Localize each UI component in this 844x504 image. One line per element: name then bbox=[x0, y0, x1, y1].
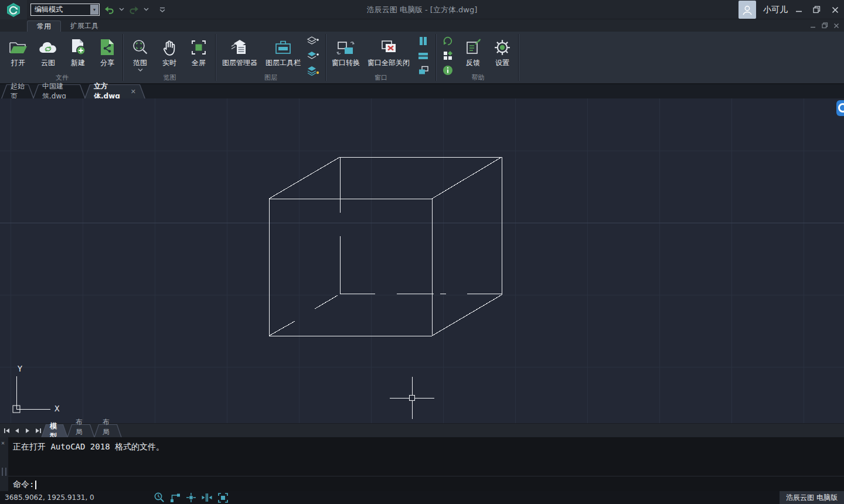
group-view: 范围 实时 全屏 览图 bbox=[125, 32, 215, 83]
ribbon: 打开 云图 新建 分享 文件 bbox=[0, 32, 844, 83]
group-help: 反馈 设置 帮助 bbox=[438, 32, 518, 83]
document-tab-bar: 起始页 中国建筑.dwg 立方体.dwg ✕ bbox=[0, 84, 844, 98]
feedback-icon bbox=[464, 34, 482, 56]
document-window-controls bbox=[809, 21, 840, 30]
fullscreen-icon[interactable] bbox=[217, 492, 229, 503]
doc-tab-start[interactable]: 起始页 bbox=[1, 84, 34, 98]
share-document-icon bbox=[100, 34, 115, 56]
ucs-x-label: X bbox=[55, 404, 60, 413]
tab-layout1[interactable]: 布局1 bbox=[67, 424, 95, 438]
close-all-windows-icon bbox=[378, 34, 399, 56]
text-cursor bbox=[35, 481, 36, 489]
command-window-strip: ✕ bbox=[0, 437, 8, 491]
next-tab-icon[interactable] bbox=[23, 426, 32, 435]
command-close-icon[interactable]: ✕ bbox=[1, 440, 5, 446]
group-divider bbox=[325, 34, 326, 81]
layer-manager-icon bbox=[229, 34, 250, 56]
tab-model[interactable]: 模型 bbox=[41, 424, 68, 438]
snap-icon[interactable] bbox=[201, 492, 213, 503]
tile-vertical-icon[interactable] bbox=[416, 35, 431, 47]
layer-state-icon[interactable] bbox=[305, 35, 321, 47]
customize-toolbar-icon[interactable] bbox=[158, 4, 166, 15]
object-snap-icon[interactable] bbox=[185, 492, 197, 503]
zoom-realtime-icon[interactable] bbox=[154, 492, 165, 503]
zoom-extents-icon bbox=[131, 34, 149, 56]
redo-dropdown-icon[interactable] bbox=[142, 4, 150, 15]
window-switch-button[interactable]: 窗口转换 bbox=[328, 34, 364, 74]
group-file-label: 文件 bbox=[2, 73, 122, 82]
minimize-button[interactable] bbox=[789, 0, 808, 19]
open-folder-icon bbox=[8, 34, 28, 56]
zoom-extents-dropdown-icon[interactable] bbox=[138, 69, 143, 71]
close-all-windows-button[interactable]: 窗口全部关闭 bbox=[364, 34, 413, 74]
tile-horizontal-icon[interactable] bbox=[416, 50, 431, 62]
group-view-label: 览图 bbox=[125, 73, 215, 82]
collapsed-panel-handle[interactable] bbox=[836, 100, 844, 116]
open-button[interactable]: 打开 bbox=[4, 34, 33, 74]
undo-icon[interactable] bbox=[103, 4, 115, 15]
mode-select[interactable]: 编辑模式 ▾ bbox=[30, 4, 100, 16]
quick-access-toolbar bbox=[103, 3, 166, 16]
doc-tab-close-icon[interactable]: ✕ bbox=[131, 88, 136, 96]
doc-tab-doc2[interactable]: 立方体.dwg ✕ bbox=[84, 84, 145, 98]
gear-icon bbox=[494, 34, 511, 56]
ucs-y-label: Y bbox=[18, 364, 23, 373]
app-logo-icon bbox=[5, 2, 22, 18]
feedback-button[interactable]: 反馈 bbox=[459, 34, 487, 74]
doc-restore-button[interactable] bbox=[821, 21, 829, 30]
group-file: 打开 云图 新建 分享 文件 bbox=[2, 32, 122, 83]
avatar[interactable] bbox=[738, 1, 756, 19]
ortho-icon[interactable] bbox=[169, 492, 181, 503]
tab-extended-tools[interactable]: 扩展工具 bbox=[61, 21, 108, 32]
new-button[interactable]: 新建 bbox=[63, 34, 93, 74]
command-resize-grip[interactable] bbox=[2, 468, 6, 476]
tab-extended-tools-label: 扩展工具 bbox=[70, 21, 98, 31]
ribbon-tab-row: 常用 扩展工具 bbox=[0, 19, 844, 32]
pan-realtime-button[interactable]: 实时 bbox=[155, 34, 183, 74]
mode-select-arrow-button[interactable]: ▾ bbox=[90, 5, 98, 15]
command-prompt[interactable]: 命令: bbox=[13, 479, 36, 490]
app-menu-button[interactable] bbox=[0, 0, 27, 19]
fullscreen-view-button[interactable]: 全屏 bbox=[185, 34, 213, 74]
tab-home-label: 常用 bbox=[37, 22, 51, 32]
cloud-button[interactable]: 云图 bbox=[33, 34, 63, 74]
group-layer-label: 图层 bbox=[217, 73, 324, 82]
settings-button[interactable]: 设置 bbox=[488, 34, 516, 74]
doc-minimize-button[interactable] bbox=[809, 21, 817, 30]
group-divider bbox=[518, 34, 519, 81]
window-controls bbox=[789, 0, 844, 19]
layer-toolbar-button[interactable]: 图层工具栏 bbox=[262, 34, 304, 74]
update-icon[interactable] bbox=[440, 35, 455, 47]
undo-dropdown-icon[interactable] bbox=[118, 4, 125, 15]
zoom-extents-button[interactable]: 范围 bbox=[126, 34, 154, 79]
layer-on-icon[interactable] bbox=[305, 50, 321, 62]
layer-manager-button[interactable]: 图层管理器 bbox=[219, 34, 261, 74]
status-bar: 3685.9062, 1925.9131, 0 浩辰云图 电脑版 bbox=[0, 491, 844, 504]
close-button[interactable] bbox=[826, 0, 844, 19]
layout-nav-buttons bbox=[2, 424, 42, 438]
new-features-icon[interactable] bbox=[440, 50, 455, 62]
group-window: 窗口转换 窗口全部关闭 窗口 bbox=[328, 32, 434, 83]
titlebar: 编辑模式 ▾ 浩辰云图 电脑版 - [立方体.dwg] bbox=[0, 0, 844, 19]
prev-tab-icon[interactable] bbox=[13, 426, 21, 435]
doc-close-button[interactable] bbox=[832, 21, 840, 30]
user-area[interactable]: 小可儿 bbox=[738, 0, 788, 19]
tab-home[interactable]: 常用 bbox=[27, 21, 61, 32]
mode-select-value: 编辑模式 bbox=[31, 5, 90, 15]
tab-layout2-label: 布局2 bbox=[94, 424, 122, 438]
tab-layout2[interactable]: 布局2 bbox=[94, 424, 122, 438]
coordinates-readout: 3685.9062, 1925.9131, 0 bbox=[5, 491, 94, 504]
cube-wireframe: Y X bbox=[0, 98, 844, 423]
restore-button[interactable] bbox=[808, 0, 826, 19]
first-tab-icon[interactable] bbox=[2, 426, 11, 435]
username: 小可儿 bbox=[763, 5, 788, 15]
share-button[interactable]: 分享 bbox=[93, 34, 121, 74]
command-prompt-label: 命令: bbox=[13, 479, 34, 490]
command-separator bbox=[8, 476, 844, 476]
redo-icon[interactable] bbox=[128, 4, 140, 15]
layer-mini-buttons bbox=[305, 35, 321, 76]
command-window[interactable]: ✕ 正在打开 AutoCAD 2018 格式的文件。 命令: bbox=[0, 437, 844, 491]
window-mini-buttons bbox=[416, 35, 431, 76]
drawing-canvas[interactable]: Y X bbox=[0, 98, 844, 423]
doc-tab-doc1[interactable]: 中国建筑.dwg bbox=[33, 84, 86, 98]
